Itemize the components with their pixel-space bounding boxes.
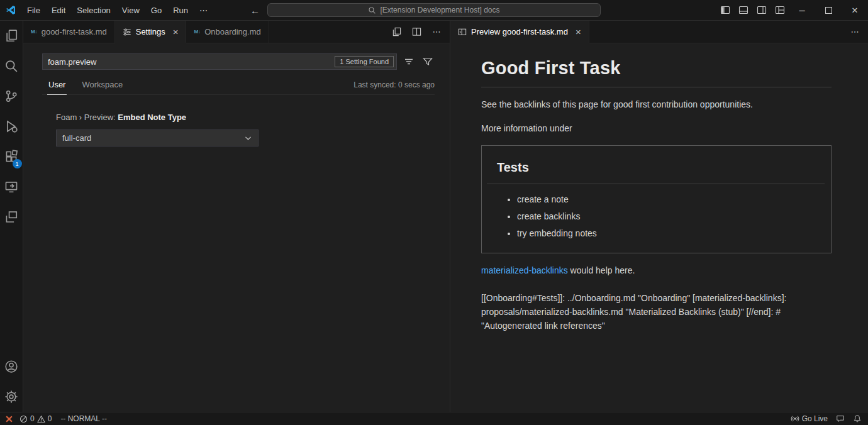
markdown-file-icon: M↓ <box>31 29 37 35</box>
after-link-text: would help here. <box>568 265 635 275</box>
tab-label: Settings <box>136 27 165 36</box>
tab-preview-good-first-task[interactable]: Preview good-first-task.md × <box>450 21 589 43</box>
editor-group-left: M↓ good-first-task.md Settings × M↓ Onbo… <box>23 21 450 412</box>
toggle-secondary-sidebar-icon[interactable] <box>752 0 771 20</box>
customize-layout-icon[interactable] <box>771 0 789 20</box>
link-references-paragraph: [[Onboarding#Tests]]: ../Onboarding.md "… <box>481 291 832 333</box>
error-icon <box>19 415 28 423</box>
extensions-badge: 1 <box>13 159 22 168</box>
settings-gear-icon[interactable] <box>0 382 23 412</box>
go-live-button[interactable]: Go Live <box>791 414 828 423</box>
preview-paragraph: See the backlinks of this page for good … <box>481 98 832 111</box>
menu-selection[interactable]: Selection <box>71 6 116 15</box>
list-item: create backlinks <box>517 210 825 223</box>
tab-label: Preview good-first-task.md <box>471 27 568 36</box>
status-bar-right: Go Live <box>791 414 862 423</box>
maximize-button[interactable] <box>815 0 842 20</box>
tab-good-first-task[interactable]: M↓ good-first-task.md <box>23 21 115 43</box>
menu-file[interactable]: File <box>21 6 46 15</box>
more-actions-icon[interactable]: ⋯ <box>430 25 443 39</box>
tab-settings[interactable]: Settings × <box>115 21 187 43</box>
toggle-panel-icon[interactable] <box>734 0 752 20</box>
menu-run[interactable]: Run <box>167 6 194 15</box>
setting-value-dropdown[interactable]: full-card <box>56 130 259 146</box>
preview-link-paragraph: materialized-backlinks would help here. <box>481 264 832 277</box>
editor-actions-left: ⋯ <box>389 21 450 43</box>
menubar: File Edit Selection View Go Run ⋯ <box>21 6 213 15</box>
embedded-note-list: create a note create backlinks try embed… <box>487 193 825 240</box>
problems-indicator[interactable]: 0 0 <box>19 414 52 423</box>
open-preview-icon <box>458 28 467 36</box>
minimize-button[interactable]: ─ <box>789 0 815 20</box>
run-and-debug-icon[interactable] <box>0 111 23 141</box>
chevron-down-icon <box>244 134 252 142</box>
more-actions-icon[interactable]: ⋯ <box>848 25 862 39</box>
editor-groups: M↓ good-first-task.md Settings × M↓ Onbo… <box>23 21 868 412</box>
settings-editor: 1 Setting Found User Workspace Last sync… <box>23 43 450 412</box>
clear-filters-icon[interactable] <box>402 55 416 69</box>
command-center-label: [Extension Development Host] docs <box>380 6 499 14</box>
titlebar: File Edit Selection View Go Run ⋯ ← → [E… <box>0 0 868 21</box>
tab-label: good-first-task.md <box>42 27 107 36</box>
tab-close-icon[interactable]: × <box>576 27 581 36</box>
remote-explorer-icon[interactable] <box>0 172 23 202</box>
split-editor-icon[interactable] <box>409 25 423 39</box>
window-controls: ─ ✕ <box>716 0 868 20</box>
menu-go[interactable]: Go <box>145 6 167 15</box>
scope-tab-workspace[interactable]: Workspace <box>81 80 124 94</box>
vscode-logo <box>0 5 21 15</box>
remote-indicator-icon[interactable] <box>5 415 13 423</box>
command-center-search[interactable]: [Extension Development Host] docs <box>267 3 601 17</box>
feedback-icon[interactable] <box>836 414 845 423</box>
extensions-icon[interactable]: 1 <box>0 141 23 172</box>
tab-close-icon[interactable]: × <box>173 27 179 36</box>
warning-count: 0 <box>48 414 52 423</box>
preview-title: Good First Task <box>481 55 832 87</box>
error-count: 0 <box>30 414 35 423</box>
vim-mode-indicator[interactable]: -- NORMAL -- <box>60 414 107 423</box>
notifications-bell-icon[interactable] <box>853 414 862 423</box>
settings-count-badge: 1 Setting Found <box>335 56 394 67</box>
source-control-icon[interactable] <box>0 81 23 111</box>
materialized-backlinks-link[interactable]: materialized-backlinks <box>481 265 568 275</box>
settings-scope-tabs: User Workspace Last synced: 0 secs ago <box>42 80 435 95</box>
editor-group-right: Preview good-first-task.md × ⋯ Good Firs… <box>450 21 868 412</box>
status-bar: 0 0 -- NORMAL -- Go Live <box>0 412 868 425</box>
accounts-icon[interactable] <box>0 351 23 382</box>
menu-more-icon[interactable]: ⋯ <box>194 6 213 15</box>
filter-funnel-icon[interactable] <box>421 55 435 69</box>
broadcast-icon <box>791 414 799 423</box>
embedded-note-heading: Tests <box>487 158 825 184</box>
tab-label: Onboarding.md <box>204 27 261 36</box>
menu-view[interactable]: View <box>116 6 145 15</box>
toggle-primary-sidebar-icon[interactable] <box>716 0 734 20</box>
search-icon[interactable] <box>0 51 23 81</box>
windows-icon[interactable] <box>0 202 23 232</box>
go-live-label: Go Live <box>802 414 828 423</box>
activity-bar: 1 <box>0 21 23 412</box>
setting-title: Foam › Preview: Embed Note Type <box>56 113 435 122</box>
scope-tab-user[interactable]: User <box>47 80 67 95</box>
nav-back-icon[interactable]: ← <box>250 5 260 16</box>
settings-sliders-icon <box>123 28 131 36</box>
editor-actions-right: ⋯ <box>848 21 868 43</box>
tab-bar-right: Preview good-first-task.md × ⋯ <box>450 21 868 43</box>
last-synced-label: Last synced: 0 secs ago <box>353 80 435 94</box>
setting-category: Foam › Preview: <box>56 113 118 122</box>
settings-search-input[interactable] <box>48 57 335 67</box>
list-item: create a note <box>517 193 825 206</box>
markdown-preview: Good First Task See the backlinks of thi… <box>450 43 868 412</box>
menu-edit[interactable]: Edit <box>46 6 71 15</box>
markdown-file-icon: M↓ <box>194 29 200 35</box>
open-changes-icon[interactable] <box>389 25 403 39</box>
preview-paragraph: More information under <box>481 122 832 135</box>
close-button[interactable]: ✕ <box>842 0 868 20</box>
setting-item: Foam › Preview: Embed Note Type full-car… <box>56 113 435 146</box>
workbench: 1 M↓ good-first-task.md Setti <box>0 21 868 412</box>
search-icon <box>368 6 376 14</box>
tab-onboarding[interactable]: M↓ Onboarding.md <box>186 21 269 43</box>
tab-bar-left: M↓ good-first-task.md Settings × M↓ Onbo… <box>23 21 450 43</box>
explorer-icon[interactable] <box>0 21 23 51</box>
warning-icon <box>37 415 45 423</box>
dropdown-value: full-card <box>62 133 91 143</box>
